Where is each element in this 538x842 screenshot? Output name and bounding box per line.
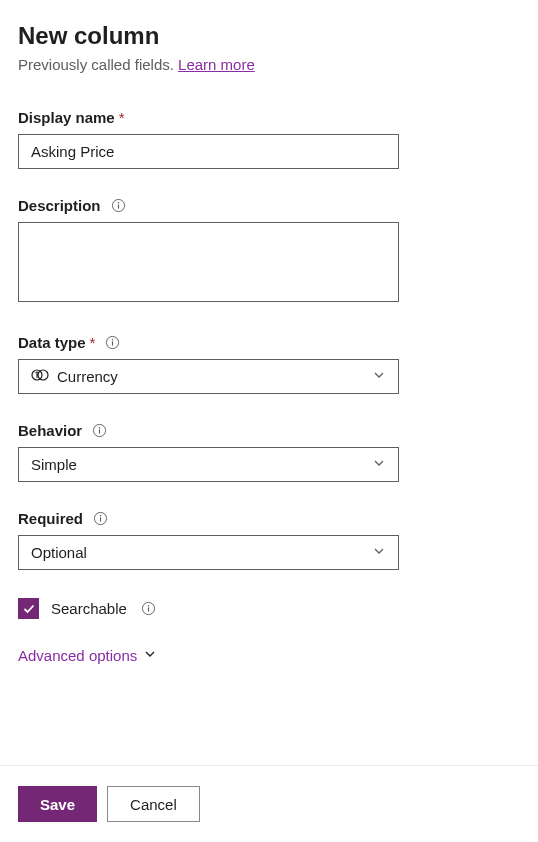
info-icon[interactable]: [105, 335, 120, 350]
currency-icon: [31, 366, 49, 387]
description-label: Description: [18, 197, 520, 214]
learn-more-link[interactable]: Learn more: [178, 56, 255, 73]
chevron-down-icon: [372, 456, 386, 473]
form-content: New column Previously called fields. Lea…: [0, 0, 538, 664]
svg-point-9: [99, 427, 101, 429]
required-indicator: *: [90, 334, 96, 351]
svg-rect-10: [99, 429, 100, 433]
required-label: Required: [18, 510, 520, 527]
info-icon[interactable]: [93, 511, 108, 526]
display-name-label-text: Display name: [18, 109, 115, 126]
info-icon[interactable]: [111, 198, 126, 213]
svg-point-15: [148, 605, 150, 607]
display-name-input[interactable]: [18, 134, 399, 169]
page-subtitle: Previously called fields. Learn more: [18, 56, 520, 73]
subtitle-text: Previously called fields.: [18, 56, 178, 73]
data-type-dropdown[interactable]: Currency: [18, 359, 399, 394]
footer: Save Cancel: [0, 765, 538, 842]
description-label-text: Description: [18, 197, 101, 214]
display-name-label: Display name *: [18, 109, 520, 126]
behavior-dropdown[interactable]: Simple: [18, 447, 399, 482]
advanced-options-toggle[interactable]: Advanced options: [18, 647, 520, 664]
chevron-down-icon: [143, 647, 157, 664]
required-indicator: *: [119, 109, 125, 126]
page-title: New column: [18, 22, 520, 50]
data-type-label: Data type *: [18, 334, 520, 351]
data-type-value: Currency: [57, 368, 118, 385]
description-group: Description: [18, 197, 520, 306]
behavior-label-text: Behavior: [18, 422, 82, 439]
searchable-label: Searchable: [51, 600, 127, 617]
cancel-button[interactable]: Cancel: [107, 786, 200, 822]
searchable-row: Searchable: [18, 598, 520, 619]
svg-rect-2: [117, 204, 118, 208]
behavior-label: Behavior: [18, 422, 520, 439]
advanced-options-label: Advanced options: [18, 647, 137, 664]
behavior-value: Simple: [31, 456, 77, 473]
info-icon[interactable]: [92, 423, 107, 438]
svg-rect-5: [112, 341, 113, 345]
info-icon[interactable]: [141, 601, 156, 616]
required-dropdown[interactable]: Optional: [18, 535, 399, 570]
display-name-group: Display name *: [18, 109, 520, 169]
svg-point-4: [112, 339, 114, 341]
save-button[interactable]: Save: [18, 786, 97, 822]
description-input[interactable]: [18, 222, 399, 302]
svg-point-12: [100, 515, 102, 517]
required-value: Optional: [31, 544, 87, 561]
chevron-down-icon: [372, 368, 386, 385]
required-label-text: Required: [18, 510, 83, 527]
data-type-group: Data type * Currency: [18, 334, 520, 394]
data-type-label-text: Data type: [18, 334, 86, 351]
svg-rect-16: [148, 607, 149, 611]
behavior-group: Behavior Simple: [18, 422, 520, 482]
searchable-checkbox[interactable]: [18, 598, 39, 619]
svg-point-7: [38, 370, 48, 380]
chevron-down-icon: [372, 544, 386, 561]
svg-rect-13: [100, 517, 101, 521]
svg-point-1: [117, 202, 119, 204]
required-group: Required Optional: [18, 510, 520, 570]
